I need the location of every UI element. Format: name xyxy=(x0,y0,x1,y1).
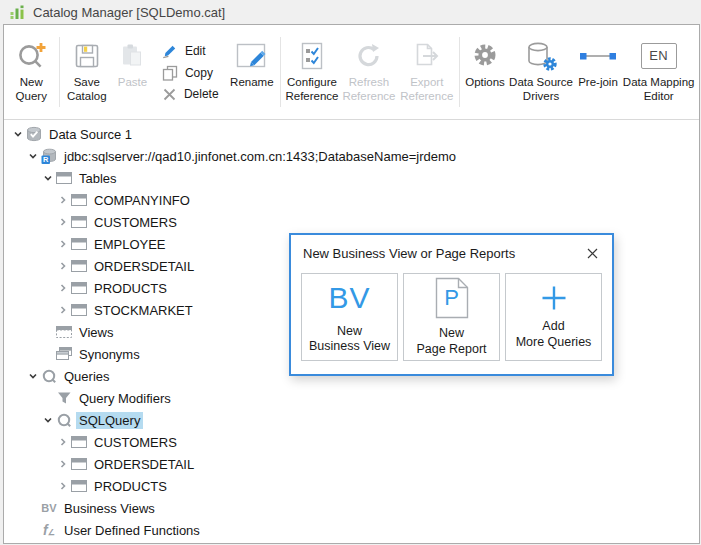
chevron-down-icon[interactable] xyxy=(26,368,40,384)
tree-item-label: jdbc:sqlserver://qad10.jinfonet.com.cn:1… xyxy=(61,148,459,165)
dialog-title: New Business View or Page Reports xyxy=(303,246,515,261)
data-mapping-editor-icon: EN xyxy=(641,43,677,69)
edit-button[interactable]: Edit xyxy=(162,43,219,59)
new-page-report-label: NewPage Report xyxy=(416,326,486,357)
window-title: Catalog Manager [SQLDemo.cat] xyxy=(33,5,225,20)
tree-item-label: ORDERSDETAIL xyxy=(91,258,197,275)
pre-join-icon xyxy=(577,36,619,76)
new-query-label: New Query xyxy=(7,76,56,104)
views-icon xyxy=(55,324,73,340)
chevron-right-icon[interactable] xyxy=(56,236,70,252)
table-icon xyxy=(70,456,88,472)
add-more-queries-button[interactable]: AddMore Queries xyxy=(505,273,602,361)
new-business-view-label: NewBusiness View xyxy=(309,324,390,355)
toolbar-separator xyxy=(280,37,281,107)
rename-button[interactable]: Rename xyxy=(227,25,277,119)
table-icon xyxy=(70,236,88,252)
tree-item-label: User Defined Functions xyxy=(61,522,203,539)
tree-item-sqlquery[interactable]: SQLQuery xyxy=(4,409,699,431)
edit-label: Edit xyxy=(185,44,206,58)
configure-reference-button[interactable]: Configure Reference xyxy=(284,25,340,119)
tree-item-jdbc-connection[interactable]: jdbc:sqlserver://qad10.jinfonet.com.cn:1… xyxy=(4,145,699,167)
function-icon: f∠ xyxy=(40,522,58,538)
page-report-icon: P xyxy=(435,277,469,319)
new-query-button[interactable]: New Query xyxy=(7,25,56,119)
tree-item-query-modifiers[interactable]: Query Modifiers xyxy=(4,387,699,409)
tree-item-label: Queries xyxy=(61,368,113,385)
tree-item-label: Business Views xyxy=(61,500,158,517)
export-reference-icon xyxy=(411,36,443,76)
chevron-right-icon[interactable] xyxy=(56,434,70,450)
tree-item-customers-query[interactable]: CUSTOMERS xyxy=(4,431,699,453)
toolbar: New Query Save Catalog xyxy=(4,25,699,120)
options-gear-icon xyxy=(470,36,500,76)
chevron-spacer xyxy=(41,346,55,362)
options-button[interactable]: Options xyxy=(463,25,508,119)
tree-item-label: CUSTOMERS xyxy=(91,214,180,231)
chevron-spacer xyxy=(26,500,40,516)
tree-item-label: Query Modifiers xyxy=(76,390,174,407)
database-connection-icon xyxy=(40,148,58,164)
tree-item-user-defined-functions[interactable]: f∠ User Defined Functions xyxy=(4,519,699,541)
data-source-drivers-label: Data Source Drivers xyxy=(507,76,574,104)
export-reference-button: Export Reference xyxy=(398,25,456,119)
tree-item-label: Views xyxy=(76,324,116,341)
chevron-right-icon[interactable] xyxy=(56,192,70,208)
chevron-right-icon[interactable] xyxy=(56,258,70,274)
chevron-right-icon[interactable] xyxy=(56,280,70,296)
data-source-icon xyxy=(25,126,43,142)
tree-item-label: Data Source 1 xyxy=(46,126,135,143)
new-business-view-dialog: New Business View or Page Reports BV New… xyxy=(289,233,614,376)
refresh-reference-button: Refresh Reference xyxy=(340,25,398,119)
tree-item-label: EMPLOYEE xyxy=(91,236,169,253)
new-query-icon xyxy=(16,36,46,76)
export-reference-label: Export Reference xyxy=(398,76,456,104)
paste-icon xyxy=(118,36,146,76)
tree-item-data-source-1[interactable]: Data Source 1 xyxy=(4,123,699,145)
data-source-drivers-icon xyxy=(523,36,559,76)
chevron-down-icon[interactable] xyxy=(41,170,55,186)
dialog-button-row: BV NewBusiness View P NewPage Report xyxy=(291,266,612,374)
chevron-down-icon[interactable] xyxy=(11,126,25,142)
business-views-icon: BV xyxy=(40,500,58,516)
table-icon xyxy=(70,280,88,296)
close-icon[interactable] xyxy=(581,243,603,263)
tree-item-label: PRODUCTS xyxy=(91,280,170,297)
delete-button[interactable]: Delete xyxy=(162,87,219,102)
save-catalog-button[interactable]: Save Catalog xyxy=(62,25,111,119)
tree-item-tables[interactable]: Tables xyxy=(4,167,699,189)
new-page-report-button[interactable]: P NewPage Report xyxy=(403,273,500,361)
paste-label: Paste xyxy=(118,76,147,90)
chevron-right-icon[interactable] xyxy=(56,478,70,494)
copy-button[interactable]: Copy xyxy=(162,65,219,81)
delete-icon xyxy=(162,87,177,102)
tree-item-ordersdetail-query[interactable]: ORDERSDETAIL xyxy=(4,453,699,475)
tree-item-business-views[interactable]: BV Business Views xyxy=(4,497,699,519)
tree-item-companyinfo[interactable]: COMPANYINFO xyxy=(4,189,699,211)
new-business-view-button[interactable]: BV NewBusiness View xyxy=(301,273,398,361)
chevron-right-icon[interactable] xyxy=(56,456,70,472)
tree-item-label: STOCKMARKET xyxy=(91,302,196,319)
chevron-right-icon[interactable] xyxy=(56,302,70,318)
toolbar-separator xyxy=(459,37,460,107)
data-mapping-editor-button[interactable]: EN Data Mapping Editor xyxy=(621,25,696,119)
tree-item-label: SQLQuery xyxy=(76,412,143,429)
save-icon xyxy=(73,36,101,76)
table-icon xyxy=(70,478,88,494)
tree-item-label: Tables xyxy=(76,170,120,187)
refresh-reference-icon xyxy=(354,36,384,76)
table-folder-icon xyxy=(55,170,73,186)
table-icon xyxy=(70,302,88,318)
tree-item-label: Synonyms xyxy=(76,346,143,363)
chevron-spacer xyxy=(41,390,55,406)
tree-item-customers[interactable]: CUSTOMERS xyxy=(4,211,699,233)
data-source-drivers-button[interactable]: Data Source Drivers xyxy=(507,25,574,119)
pre-join-button[interactable]: Pre-join xyxy=(575,25,622,119)
data-mapping-editor-label: Data Mapping Editor xyxy=(621,76,696,104)
chevron-down-icon[interactable] xyxy=(26,148,40,164)
rename-icon xyxy=(234,36,270,76)
chevron-right-icon[interactable] xyxy=(56,214,70,230)
chevron-down-icon[interactable] xyxy=(41,412,55,428)
tree-item-products-query[interactable]: PRODUCTS xyxy=(4,475,699,497)
synonyms-icon xyxy=(55,346,73,362)
